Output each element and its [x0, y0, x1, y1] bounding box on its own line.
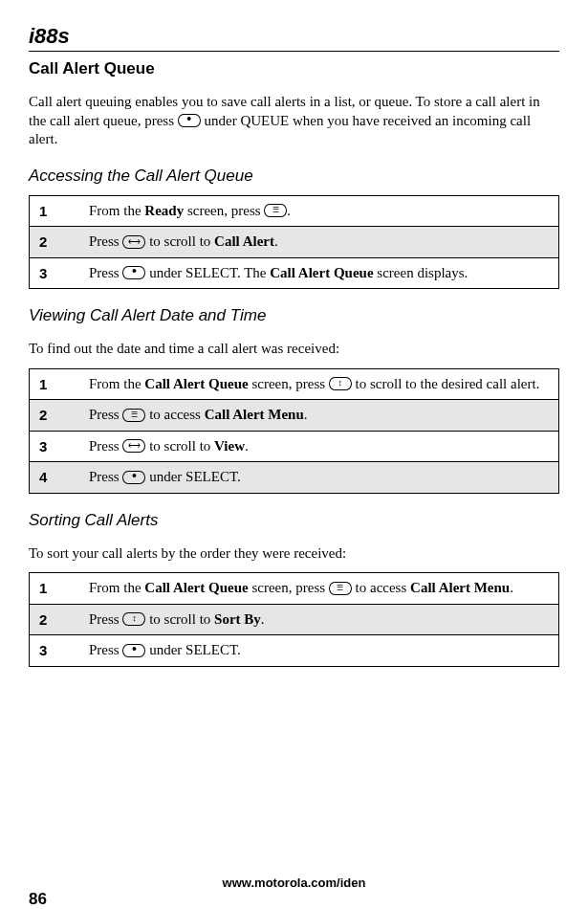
menu-key-icon [122, 409, 145, 422]
txt: Press [89, 407, 122, 422]
txt: . [304, 407, 308, 422]
txt: to access [145, 407, 204, 422]
section3-title: Sorting Call Alerts [29, 511, 559, 530]
nav-key-icon [329, 377, 352, 390]
divider [29, 51, 559, 52]
txt: . [261, 611, 265, 627]
bold-txt: Call Alert Queue [144, 580, 248, 595]
txt: Press [89, 469, 122, 484]
txt: to scroll to the desired call alert. [352, 376, 540, 391]
step-num: 3 [30, 635, 80, 667]
table-row: 1 From the Call Alert Queue screen, pres… [30, 368, 559, 400]
step-num: 1 [30, 368, 80, 400]
txt: From the [89, 580, 144, 595]
bold-txt: Sort By [214, 611, 261, 627]
table-row: 2 Press to access Call Alert Menu. [30, 400, 559, 432]
nav-key-icon [122, 235, 145, 249]
menu-key-icon [264, 204, 287, 217]
txt: to access [352, 580, 410, 595]
step-num: 1 [30, 195, 80, 227]
brand: i88s [29, 24, 559, 49]
step-text: Press to scroll to Sort By. [79, 604, 559, 635]
step-num: 1 [30, 573, 80, 605]
txt: . [287, 203, 291, 218]
txt: screen, press [249, 376, 329, 391]
txt: . [245, 438, 249, 454]
section3-table: 1 From the Call Alert Queue screen, pres… [29, 572, 559, 667]
intro-text: Call alert queuing enables you to save c… [29, 93, 559, 149]
txt: to scroll to [145, 438, 214, 454]
txt: Press [89, 265, 122, 280]
step-text: Press under SELECT. [79, 462, 559, 494]
table-row: 3 Press under SELECT. [30, 635, 559, 667]
step-text: Press under SELECT. The Call Alert Queue… [79, 257, 559, 289]
nav-key-icon [122, 612, 145, 626]
txt: . [510, 580, 513, 595]
section3-desc: To sort your call alerts by the order th… [29, 544, 559, 564]
dot-key-icon [122, 644, 145, 657]
section1-table: 1 From the Ready screen, press . 2 Press… [29, 195, 559, 290]
step-text: From the Ready screen, press . [79, 195, 559, 227]
step-num: 3 [30, 431, 80, 462]
txt: screen, press [249, 580, 329, 595]
step-num: 4 [30, 462, 80, 494]
step-text: Press to access Call Alert Menu. [79, 400, 559, 432]
txt: Press [89, 233, 122, 249]
bold-txt: Call Alert Menu [410, 580, 510, 595]
dot-key-icon [178, 114, 201, 127]
section1-title: Accessing the Call Alert Queue [29, 166, 559, 186]
step-text: From the Call Alert Queue screen, press … [79, 368, 559, 400]
txt: From the [89, 203, 144, 218]
table-row: 2 Press to scroll to Sort By. [30, 604, 559, 635]
txt: under SELECT. The [145, 265, 270, 280]
step-num: 3 [30, 257, 80, 289]
table-row: 4 Press under SELECT. [30, 462, 559, 494]
section2-desc: To find out the date and time a call ale… [29, 340, 559, 359]
table-row: 3 Press to scroll to View. [30, 431, 559, 462]
page-number: 86 [29, 890, 47, 909]
table-row: 3 Press under SELECT. The Call Alert Que… [30, 257, 559, 289]
bold-txt: Ready [144, 203, 184, 218]
txt: From the [89, 376, 144, 391]
step-text: Press under SELECT. [79, 635, 559, 667]
nav-key-icon [122, 439, 145, 453]
txt: under SELECT. [145, 469, 240, 484]
bold-txt: Call Alert Menu [205, 407, 304, 422]
txt: under SELECT. [145, 642, 240, 657]
txt: screen, press [184, 203, 264, 218]
bold-txt: Call Alert [214, 233, 274, 249]
table-row: 1 From the Call Alert Queue screen, pres… [30, 573, 559, 605]
table-row: 1 From the Ready screen, press . [30, 195, 559, 227]
dot-key-icon [122, 471, 145, 484]
bold-txt: Call Alert Queue [144, 376, 248, 391]
txt: to scroll to [145, 233, 214, 249]
section2-title: Viewing Call Alert Date and Time [29, 306, 559, 325]
table-row: 2 Press to scroll to Call Alert. [30, 227, 559, 258]
step-text: Press to scroll to View. [79, 431, 559, 462]
txt: screen displays. [374, 265, 468, 280]
txt: to scroll to [145, 611, 214, 627]
section2-table: 1 From the Call Alert Queue screen, pres… [29, 368, 559, 494]
menu-key-icon [329, 582, 352, 595]
step-num: 2 [30, 400, 80, 432]
bold-txt: Call Alert Queue [270, 265, 373, 280]
txt: . [274, 233, 278, 249]
step-num: 2 [30, 604, 80, 635]
step-text: From the Call Alert Queue screen, press … [79, 573, 559, 605]
dot-key-icon [122, 266, 145, 279]
txt: Press [89, 611, 122, 627]
heading: Call Alert Queue [29, 59, 559, 78]
bold-txt: View [214, 438, 245, 454]
txt: Press [89, 642, 122, 657]
step-num: 2 [30, 227, 80, 258]
step-text: Press to scroll to Call Alert. [79, 227, 559, 258]
txt: Press [89, 438, 122, 454]
footer-url: www.motorola.com/iden [0, 876, 588, 890]
